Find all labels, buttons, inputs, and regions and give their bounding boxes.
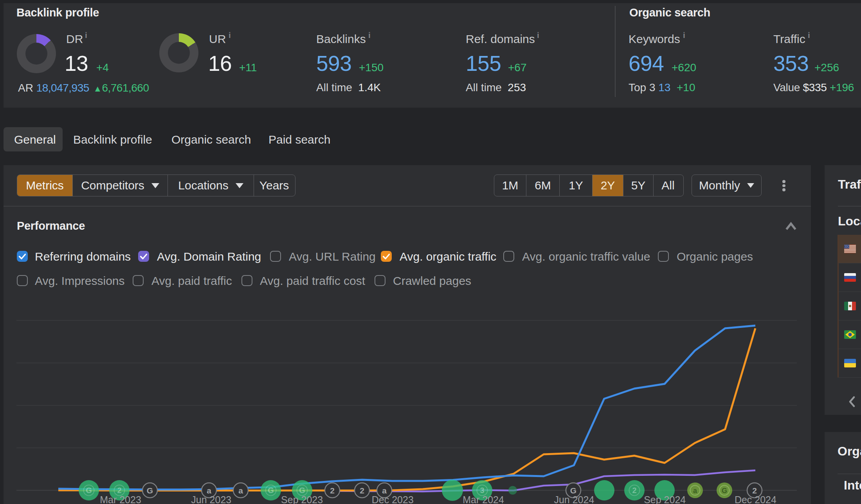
svg-text:G: G — [722, 487, 727, 495]
svg-text:Mar 2023: Mar 2023 — [100, 494, 141, 504]
svg-text:G: G — [268, 486, 274, 495]
svg-text:G: G — [299, 486, 305, 495]
svg-text:a: a — [382, 486, 387, 495]
svg-text:a: a — [238, 486, 243, 495]
svg-text:2: 2 — [117, 486, 121, 495]
svg-text:Dec 2024: Dec 2024 — [735, 494, 776, 504]
svg-text:2: 2 — [632, 486, 636, 495]
svg-text:Sep 2024: Sep 2024 — [644, 494, 686, 504]
svg-text:a: a — [693, 487, 697, 495]
svg-text:a: a — [207, 486, 211, 495]
svg-text:Jun 2023: Jun 2023 — [191, 494, 231, 504]
svg-text:3: 3 — [480, 486, 484, 495]
svg-text:Dec 2023: Dec 2023 — [372, 494, 414, 504]
svg-text:2: 2 — [330, 486, 335, 495]
svg-text:Sep 2023: Sep 2023 — [281, 494, 323, 504]
svg-text:G: G — [570, 486, 576, 495]
svg-text:2: 2 — [752, 486, 757, 495]
svg-text:2: 2 — [360, 486, 364, 495]
svg-text:G: G — [147, 486, 153, 495]
svg-text:G: G — [86, 486, 92, 495]
svg-text:Mar 2024: Mar 2024 — [463, 494, 504, 504]
svg-text:Jun 2024: Jun 2024 — [554, 494, 594, 504]
